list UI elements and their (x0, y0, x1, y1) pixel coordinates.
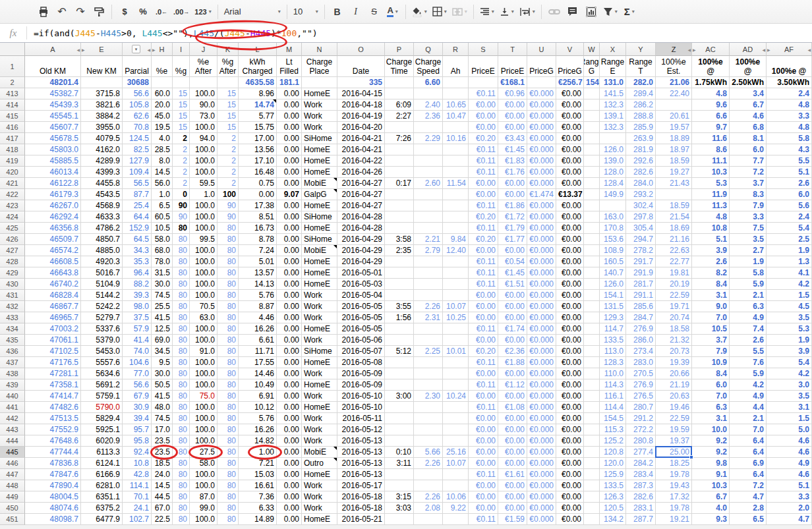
insert-chart-button[interactable] (583, 3, 600, 20)
cell-T2[interactable]: €168.1 (498, 77, 527, 88)
cell-N439[interactable]: HomeE (302, 379, 337, 391)
cell-P433[interactable]: 1:56 (385, 312, 414, 323)
cell-O424[interactable]: 2016-04-28 (337, 211, 385, 223)
cell-A423[interactable]: 46267.0 (25, 200, 81, 211)
cell-S434[interactable]: €0.11 (469, 323, 498, 335)
cell-K446[interactable]: 80 (218, 458, 239, 469)
cell-N1[interactable]: Charge Place (302, 56, 337, 77)
cell-W438[interactable] (584, 368, 600, 379)
cell-I432[interactable]: 80 (173, 301, 190, 312)
cell-K438[interactable]: 80 (218, 368, 239, 379)
cell-A417[interactable]: 45678.5 (25, 133, 81, 144)
cell-AF439[interactable]: 3.0 (767, 379, 812, 391)
cell-I439[interactable]: 80 (173, 379, 190, 391)
cell-U430[interactable]: €0.000 (527, 279, 556, 290)
cell-K437[interactable]: 80 (218, 357, 239, 368)
cell-H426[interactable]: 58.0 (152, 234, 173, 245)
cell-X416[interactable]: 132.3 (600, 122, 626, 133)
row-header-449[interactable]: 449 (0, 491, 25, 503)
cell-I440[interactable]: 80 (173, 391, 190, 402)
cell-A433[interactable]: 46965.7 (25, 312, 81, 323)
cell-Q429[interactable] (414, 267, 443, 279)
cell-Y419[interactable]: 292.6 (626, 155, 656, 167)
cell-O441[interactable]: 2016-05-10 (337, 402, 385, 413)
cell-E414[interactable]: 3821.6 (81, 99, 123, 111)
paint-format-button[interactable] (90, 3, 107, 20)
cell-S442[interactable]: €0.00 (469, 413, 498, 424)
cell-Q434[interactable] (414, 323, 443, 335)
cell-R422[interactable] (443, 189, 469, 200)
cell-J442[interactable]: 100.0 (190, 413, 218, 424)
row-header-434[interactable]: 434 (0, 323, 25, 335)
cell-Z434[interactable]: 18.58 (656, 323, 692, 335)
row-header-431[interactable]: 431 (0, 290, 25, 301)
cell-X418[interactable]: 126.0 (600, 144, 626, 155)
cell-H418[interactable]: 28.5 (152, 144, 173, 155)
cell-V425[interactable]: €0.00 (556, 223, 584, 234)
cell-P448[interactable] (385, 480, 414, 491)
cell-A440[interactable]: 47414.7 (25, 391, 81, 402)
cell-O417[interactable]: 2016-04-21 (337, 133, 385, 144)
cell-M417[interactable]: 0.00 (277, 133, 302, 144)
cell-K414[interactable]: 15 (218, 99, 239, 111)
cell-W436[interactable] (584, 346, 600, 357)
cell-M449[interactable]: 0.00 (277, 491, 302, 503)
cell-H428[interactable]: 78.0 (152, 256, 173, 267)
cell-W432[interactable] (584, 301, 600, 312)
cell-H439[interactable]: 50.5 (152, 379, 173, 391)
cell-Q433[interactable]: 2.31 (414, 312, 443, 323)
cell-X450[interactable]: 120.5 (600, 503, 626, 514)
cell-AD417[interactable]: 8.1 (730, 133, 767, 144)
cell-Y438[interactable]: 270.5 (626, 368, 656, 379)
cell-V450[interactable]: €0.00 (556, 503, 584, 514)
cell-J450[interactable]: 99.0 (190, 503, 218, 514)
cell-M423[interactable]: 0.00 (277, 200, 302, 211)
cell-A2[interactable]: 48201.4 (25, 77, 81, 88)
cell-Q428[interactable] (414, 256, 443, 267)
cell-W442[interactable] (584, 413, 600, 424)
cell-T448[interactable]: €0.00 (498, 480, 527, 491)
cell-AC425[interactable]: 10.8 (692, 223, 730, 234)
format-percent-button[interactable]: % (134, 3, 152, 20)
row-header-424[interactable]: 424 (0, 211, 25, 223)
cell-N441[interactable]: HomeE (302, 402, 337, 413)
cell-A416[interactable]: 45607.7 (25, 122, 81, 133)
cell-M416[interactable]: 0.00 (277, 122, 302, 133)
row-header-425[interactable]: 425 (0, 223, 25, 234)
cell-A445[interactable]: 47744.4 (25, 447, 81, 458)
cell-K448[interactable]: 80 (218, 480, 239, 491)
cell-W445[interactable] (584, 447, 600, 458)
cell-S448[interactable]: €0.00 (469, 480, 498, 491)
cell-P427[interactable]: 2:35 (385, 245, 414, 256)
cell-N435[interactable]: Work (302, 335, 337, 346)
cell-L413[interactable]: 8.96 (239, 88, 277, 99)
cell-K445[interactable]: 80 (218, 447, 239, 458)
cell-Z448[interactable]: 19.43 (656, 480, 692, 491)
row-header-450[interactable]: 450 (0, 503, 25, 514)
cell-L433[interactable]: 4.46 (239, 312, 277, 323)
cell-N450[interactable]: Work (302, 503, 337, 514)
cell-AC445[interactable]: 9.2 (692, 447, 730, 458)
cell-E2[interactable] (81, 77, 123, 88)
cell-I446[interactable]: 80 (173, 458, 190, 469)
cell-X422[interactable]: 149.9 (600, 189, 626, 200)
cell-O436[interactable]: 2016-05-07 (337, 346, 385, 357)
cell-H442[interactable]: 74.5 (152, 413, 173, 424)
cell-N438[interactable]: Work (302, 368, 337, 379)
cell-P451[interactable] (385, 514, 414, 525)
cell-V430[interactable]: €0.00 (556, 279, 584, 290)
cell-J417[interactable]: 94.0 (190, 133, 218, 144)
cell-U443[interactable]: €0.000 (527, 424, 556, 435)
cell-J416[interactable]: 100.0 (190, 122, 218, 133)
cell-F423[interactable]: 25.4 (123, 200, 152, 211)
cell-P426[interactable]: 3:58 (385, 234, 414, 245)
cell-F439[interactable]: 56.6 (123, 379, 152, 391)
cell-T437[interactable]: €1.88 (498, 357, 527, 368)
cell-R443[interactable] (443, 424, 469, 435)
cell-P417[interactable]: 7:26 (385, 133, 414, 144)
cell-X415[interactable]: 139.1 (600, 111, 626, 122)
cell-R2[interactable] (443, 77, 469, 88)
cell-K435[interactable]: 80 (218, 335, 239, 346)
row-header-418[interactable]: 418 (0, 144, 25, 155)
cell-L436[interactable]: 11.71 (239, 346, 277, 357)
